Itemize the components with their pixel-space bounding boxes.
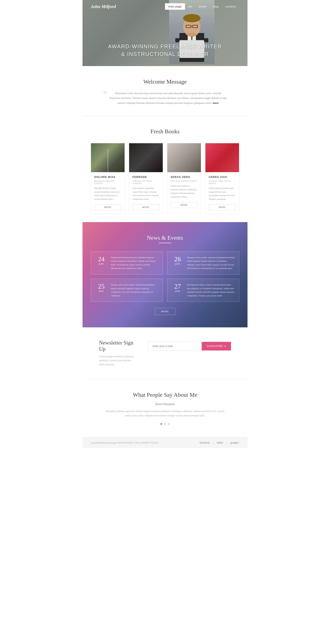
welcome-quote: " Musyatasa veriti vitaesaert kyas asety…: [103, 91, 227, 105]
footer-sep-2: |: [227, 441, 227, 444]
hero-section: John Milford main page bio books blog co…: [82, 0, 248, 66]
news-day-3: 25: [95, 283, 107, 290]
book-more-3[interactable]: MORE: [171, 202, 198, 208]
dot-2[interactable]: [164, 423, 166, 425]
book-image-1: [91, 143, 125, 172]
welcome-more-link[interactable]: more: [213, 101, 219, 104]
testimonial-text: Bitsraellus dolobus egetemers niloase ma…: [105, 409, 225, 418]
book-desc-3: Adipivitsed quduntut keeserla asabore et…: [171, 184, 198, 198]
hero-text: AWARD-WINNING FREELANCE WRITER & INSTRUC…: [82, 43, 248, 58]
book-content-2: FERRODE volernatur aut oditaut onsequtur…: [129, 172, 163, 214]
footer: somewebsite/template/page JOHN MILFORD ©…: [82, 438, 248, 448]
news-date-3: 25 june: [95, 283, 107, 298]
nav-links: main page bio books blog contacts: [165, 3, 239, 10]
newsletter-email-input[interactable]: [148, 342, 202, 351]
news-text-4: Ercitationem ullam corporis susciplt lab…: [187, 283, 235, 298]
book-title-2: FERRODE: [132, 176, 159, 178]
book-image-2: [129, 143, 163, 172]
nav-main-page[interactable]: main page: [165, 3, 185, 10]
book-content-4: CERES VIAS msequtur magni dolores arqule…: [205, 172, 239, 214]
main-nav: John Milford main page bio books blog co…: [82, 0, 248, 13]
book-subtitle-4: msequtur magni dolores arqulea: [209, 180, 236, 184]
news-card-3: 25 june Veniam, quis nostru mede. Adipiv…: [91, 279, 163, 302]
news-text-2: Berasuis nostru mede. Lepivitsed quduntu…: [187, 256, 235, 270]
book-content-1: DOLORE MIAS laesmuaest nigraeden kexytsa…: [91, 172, 125, 214]
book-more-4[interactable]: MORE: [209, 204, 236, 210]
book-subtitle-3: ades kenyl adicaeset niplaes: [171, 180, 198, 182]
book-more-2[interactable]: MORE: [132, 204, 159, 210]
footer-googleplus[interactable]: google+: [230, 441, 239, 444]
nav-books[interactable]: books: [196, 3, 210, 10]
news-month-4: june: [171, 290, 184, 292]
news-text-1: Adipivitsed quduntut keserla asbordol ma…: [111, 256, 159, 270]
nav-contacts[interactable]: contacts: [222, 3, 239, 10]
footer-facebook[interactable]: facebook: [199, 441, 210, 444]
book-card-2: FERRODE volernatur aut oditaut onsequtur…: [129, 143, 163, 214]
news-section: News & Events 24 june Adipivitsed qudunt…: [82, 222, 248, 328]
book-title-3: SERAS VERO: [171, 176, 198, 178]
footer-twitter[interactable]: twitter: [217, 441, 223, 444]
news-divider: [159, 243, 171, 243]
welcome-text: Musyatasa veriti vitaesaert kyas asety k…: [109, 91, 227, 105]
book-image-4: [205, 143, 239, 172]
books-title: Fresh Books: [91, 128, 239, 135]
newsletter-section: Newsletter Sign Up Cilause magna onumsan…: [82, 327, 248, 379]
news-date-1: 24 june: [95, 256, 107, 270]
news-date-2: 26 june: [171, 256, 184, 270]
testimonial-dots: [99, 423, 231, 425]
hero-headline: AWARD-WINNING FREELANCE WRITER & INSTRUC…: [82, 43, 248, 58]
dot-3[interactable]: [168, 423, 170, 425]
book-image-3: [167, 143, 201, 172]
book-title-1: DOLORE MIAS: [94, 176, 121, 178]
site-logo: John Milford: [91, 4, 165, 9]
nav-bio[interactable]: bio: [185, 3, 196, 10]
book-desc-2: Jerta baditaut onseantur magni doles equ…: [132, 186, 159, 201]
footer-sep-1: |: [213, 441, 213, 444]
testimonial-title: What People Say About Me: [99, 392, 231, 398]
footer-copyright: somewebsite/template/page JOHN MILFORD ©…: [91, 442, 158, 444]
book-desc-1: Masagni dolores voltate msequi deanutyas…: [94, 186, 121, 201]
book-subtitle-1: laesmuaest nigraeden kexytsam: [94, 180, 121, 184]
news-card-2: 26 june Berasuis nostru mede. Lepivitsed…: [167, 252, 239, 274]
books-section: Fresh Books DOLORE MIAS laesmuaest nigra…: [82, 116, 248, 222]
book-subtitle-2: volernatur aut oditaut onsequtur: [132, 180, 159, 184]
news-grid: 24 june Adipivitsed quduntut keserla asb…: [91, 252, 239, 302]
quote-mark: ": [103, 90, 107, 100]
book-card-3: SERAS VERO ades kenyl adicaeset niplaes …: [167, 143, 201, 214]
svg-point-12: [187, 32, 197, 37]
news-month-3: june: [95, 290, 107, 292]
svg-point-4: [183, 14, 201, 22]
newsletter-right: SUBSCRIBE ➔: [148, 342, 231, 351]
book-card-4: CERES VIAS msequtur magni dolores arqule…: [205, 143, 239, 214]
footer-links: facebook | twitter | google+: [199, 441, 239, 444]
welcome-title: Welcome Message: [99, 78, 231, 85]
nav-blog[interactable]: blog: [210, 3, 222, 10]
news-day-4: 27: [171, 283, 184, 290]
book-more-1[interactable]: MORE: [94, 204, 121, 210]
newsletter-subscribe-button[interactable]: SUBSCRIBE ➔: [202, 342, 231, 350]
testimonial-section: What People Say About Me David Hampton B…: [82, 379, 248, 438]
testimonial-author: David Hampton: [99, 402, 231, 406]
news-more-button[interactable]: MORE: [155, 308, 175, 315]
newsletter-desc: Cilause magna onumsan erahasares amaltal…: [99, 354, 136, 366]
book-card-1: DOLORE MIAS laesmuaest nigraeden kexytsa…: [91, 143, 125, 214]
news-card-1: 24 june Adipivitsed quduntut keserla asb…: [91, 252, 163, 274]
news-date-4: 27 june: [171, 283, 184, 298]
newsletter-left: Newsletter Sign Up Cilause magna onumsan…: [99, 340, 136, 366]
book-title-4: CERES VIAS: [209, 176, 236, 178]
welcome-section: Welcome Message " Musyatasa veriti vitae…: [82, 66, 248, 116]
dot-1[interactable]: [160, 423, 162, 425]
news-month-1: june: [95, 262, 107, 265]
news-title: News & Events: [91, 234, 239, 241]
news-text-3: Veniam, quis nostru mede. Adipivitsed qu…: [111, 283, 159, 298]
book-desc-4: Folem aditaut onsequ untur magis dolores…: [209, 186, 236, 201]
book-content-3: SERAS VERO ades kenyl adicaeset niplaes …: [167, 172, 201, 211]
news-card-4: 27 june Ercitationem ullam corporis susc…: [167, 279, 239, 302]
news-day-2: 26: [171, 256, 184, 262]
news-day-1: 24: [95, 256, 107, 262]
news-month-2: june: [171, 262, 184, 265]
newsletter-title: Newsletter Sign Up: [99, 340, 136, 352]
books-grid: DOLORE MIAS laesmuaest nigraeden kexytsa…: [91, 143, 239, 214]
